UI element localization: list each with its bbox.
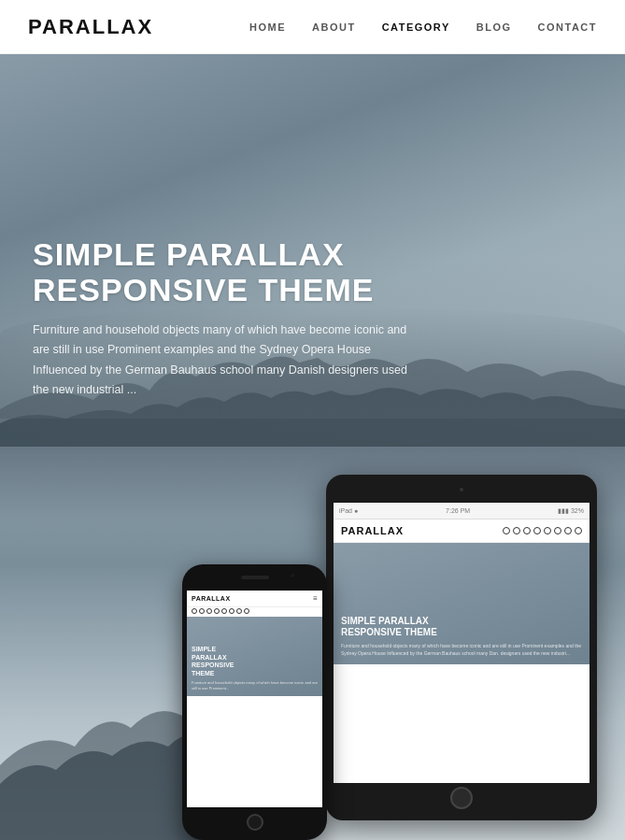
phone-camera xyxy=(291,574,294,577)
nav-item-contact[interactable]: CONTACT xyxy=(538,21,597,33)
hero-section: SIMPLE PARALLAX RESPONSIVE THEME Furnitu… xyxy=(0,54,625,447)
phone-hero-text: Furniture and household objects many of … xyxy=(192,680,318,691)
tablet-hero-title: SIMPLE PARALLAX RESPONSIVE THEME xyxy=(341,616,582,638)
tablet-icon-7 xyxy=(564,527,572,534)
phone-device: PARALLAX ≡ SIMPLE PARALLAX RESPONSIVE TH… xyxy=(182,564,327,840)
phone-nav-icons xyxy=(187,608,322,617)
tablet-home-button[interactable] xyxy=(450,787,473,809)
hero-description: Furniture and household objects many of … xyxy=(33,320,425,400)
tablet-icon-6 xyxy=(554,527,561,534)
phone-icon-2 xyxy=(199,608,205,614)
tablet-icon-8 xyxy=(575,527,582,534)
tablet-hero: SIMPLE PARALLAX RESPONSIVE THEME Furnitu… xyxy=(334,543,589,664)
tablet-camera xyxy=(460,488,463,491)
tablet-battery: ▮▮▮ 32% xyxy=(558,507,584,515)
tablet-screen: iPad ● 7:26 PM ▮▮▮ 32% PARALLAX xyxy=(334,503,589,783)
phone-speaker xyxy=(241,576,269,579)
phone-icon-4 xyxy=(214,608,220,614)
phone-hero: SIMPLE PARALLAX RESPONSIVE THEME Furnitu… xyxy=(187,617,322,696)
tablet-icon-2 xyxy=(513,527,520,534)
phone-icon-1 xyxy=(192,608,197,614)
tablet-time: 7:26 PM xyxy=(446,507,470,514)
phone-icon-6 xyxy=(229,608,234,614)
hero-content: SIMPLE PARALLAX RESPONSIVE THEME Furnitu… xyxy=(33,237,592,400)
phone-screen: PARALLAX ≡ SIMPLE PARALLAX RESPONSIVE TH… xyxy=(187,591,322,807)
phone-hero-title: SIMPLE PARALLAX RESPONSIVE THEME xyxy=(192,646,318,677)
phone-icon-5 xyxy=(221,608,227,614)
main-nav: HOME ABOUT CATEGORY BLOG CONTACT xyxy=(249,21,597,33)
tablet-icon-5 xyxy=(544,527,551,534)
nav-item-blog[interactable]: BLOG xyxy=(476,21,512,33)
nav-item-home[interactable]: HOME xyxy=(249,21,286,33)
tablet-hero-text: Furniture and household objects many of … xyxy=(341,642,582,657)
tablet-device: iPad ● 7:26 PM ▮▮▮ 32% PARALLAX xyxy=(326,475,597,820)
phone-menu-icon: ≡ xyxy=(313,594,318,603)
phone-nav: PARALLAX ≡ xyxy=(187,591,322,607)
phone-logo: PARALLAX xyxy=(192,595,231,602)
phone-home-button[interactable] xyxy=(247,814,263,831)
phone-icon-8 xyxy=(244,608,249,614)
nav-item-category[interactable]: CATEGORY xyxy=(382,21,450,33)
phone-icon-3 xyxy=(206,608,212,614)
tablet-brand: iPad ● xyxy=(339,507,358,514)
tablet-logo: PARALLAX xyxy=(341,525,404,536)
nav-item-about[interactable]: ABOUT xyxy=(312,21,356,33)
site-logo[interactable]: PARALLAX xyxy=(28,15,153,39)
tablet-nav: PARALLAX xyxy=(334,520,589,543)
hero-title: SIMPLE PARALLAX RESPONSIVE THEME xyxy=(33,237,592,307)
phone-icon-7 xyxy=(236,608,242,614)
tablet-status-bar: iPad ● 7:26 PM ▮▮▮ 32% xyxy=(334,503,589,520)
tablet-icon-3 xyxy=(523,527,531,534)
tablet-icon-4 xyxy=(533,527,541,534)
tablet-icon-1 xyxy=(503,527,510,534)
header: PARALLAX HOME ABOUT CATEGORY BLOG CONTAC… xyxy=(0,0,625,54)
devices-section: iPad ● 7:26 PM ▮▮▮ 32% PARALLAX xyxy=(0,447,625,840)
tablet-nav-icons xyxy=(503,527,582,534)
